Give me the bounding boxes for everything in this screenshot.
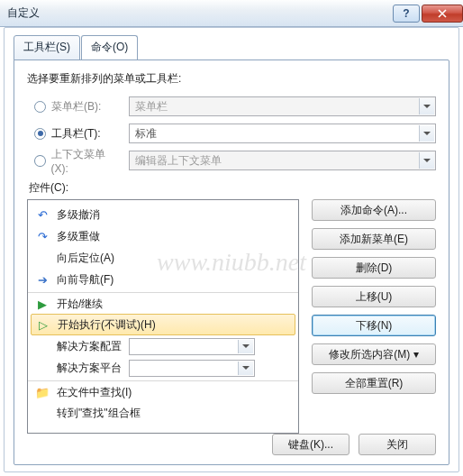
play-outline-icon: ▷	[36, 317, 50, 332]
main-area: ↶ 多级撤消 ↷ 多级重做 向后定位(A) ➔ 向前导航(F) ▶ 开始/	[27, 199, 436, 434]
tab-strip: 工具栏(S) 命令(O)	[14, 35, 449, 60]
combo-toolbar[interactable]: 标准	[129, 124, 436, 143]
title-bar: 自定义 ?	[0, 0, 463, 27]
tab-toolbars[interactable]: 工具栏(S)	[14, 35, 80, 60]
radio-menubar[interactable]: 菜单栏(B):	[34, 99, 120, 114]
controls-listbox[interactable]: ↶ 多级撤消 ↷ 多级重做 向后定位(A) ➔ 向前导航(F) ▶ 开始/	[27, 199, 299, 434]
play-icon: ▶	[35, 298, 50, 312]
radio-context[interactable]: 上下文菜单(X):	[34, 147, 120, 175]
chevron-down-icon	[419, 98, 434, 114]
dialog-footer: 键盘(K)... 关闭	[272, 434, 436, 455]
combo-sln-config[interactable]	[129, 338, 255, 355]
list-item[interactable]: 向后定位(A)	[28, 247, 298, 269]
modify-selection-button[interactable]: 修改所选内容(M) ▾	[312, 343, 436, 365]
radio-icon	[34, 155, 46, 167]
tab-panel-commands: 选择要重新排列的菜单或工具栏: 菜单栏(B): 菜单栏 工具栏(T): 标准 上…	[14, 60, 449, 465]
reset-all-button[interactable]: 全部重置(R)	[312, 372, 436, 394]
combo-context: 编辑器上下文菜单	[129, 151, 436, 170]
list-item[interactable]: ➔ 向前导航(F)	[28, 269, 298, 290]
button-column: 添加命令(A)... 添加新菜单(E) 删除(D) 上移(U) 下移(N) 修改…	[312, 199, 436, 434]
row-context: 上下文菜单(X): 编辑器上下文菜单	[34, 150, 436, 171]
close-window-button[interactable]	[422, 5, 463, 23]
delete-button[interactable]: 删除(D)	[312, 257, 436, 279]
combo-sln-platform[interactable]	[129, 360, 255, 377]
undo-icon: ↶	[35, 207, 50, 222]
list-item[interactable]: 解决方案配置	[28, 335, 298, 357]
dialog-body: 工具栏(S) 命令(O) 选择要重新排列的菜单或工具栏: 菜单栏(B): 菜单栏…	[4, 27, 459, 472]
chevron-down-icon	[419, 152, 434, 169]
close-icon	[438, 9, 447, 18]
keyboard-button[interactable]: 键盘(K)...	[272, 434, 350, 455]
navigate-icon: ➔	[35, 272, 50, 287]
chevron-down-icon	[238, 340, 253, 353]
help-button[interactable]: ?	[393, 5, 420, 23]
chevron-down-icon	[419, 125, 434, 142]
move-up-button[interactable]: 上移(U)	[312, 286, 436, 307]
redo-icon: ↷	[35, 229, 50, 243]
close-button[interactable]: 关闭	[359, 434, 436, 455]
section-heading: 选择要重新排列的菜单或工具栏:	[27, 71, 436, 87]
radio-icon	[34, 101, 46, 113]
chevron-down-icon	[238, 362, 253, 375]
radio-icon	[34, 128, 46, 140]
list-item[interactable]: ▶ 开始/继续	[28, 292, 298, 314]
list-item[interactable]: 📁 在文件中查找(I)	[28, 380, 298, 402]
radio-toolbar[interactable]: 工具栏(T):	[34, 126, 120, 142]
move-down-button[interactable]: 下移(N)	[312, 315, 436, 336]
controls-label: 控件(C):	[29, 180, 436, 196]
list-item[interactable]: ↶ 多级撤消	[28, 204, 298, 225]
list-item-selected[interactable]: ▷ 开始执行(不调试)(H)	[31, 314, 295, 335]
row-toolbar: 工具栏(T): 标准	[34, 123, 436, 144]
combo-menubar: 菜单栏	[129, 96, 436, 116]
add-menu-button[interactable]: 添加新菜单(E)	[312, 228, 436, 250]
add-command-button[interactable]: 添加命令(A)...	[312, 199, 436, 221]
tab-commands[interactable]: 命令(O)	[81, 35, 138, 60]
list-item[interactable]: 解决方案平台	[28, 357, 298, 379]
list-item[interactable]: 转到"查找"组合框	[28, 402, 298, 424]
find-files-icon: 📁	[35, 386, 50, 400]
row-menubar: 菜单栏(B): 菜单栏	[34, 96, 436, 117]
list-item[interactable]: ↷ 多级重做	[28, 225, 298, 247]
window-title: 自定义	[7, 5, 391, 21]
